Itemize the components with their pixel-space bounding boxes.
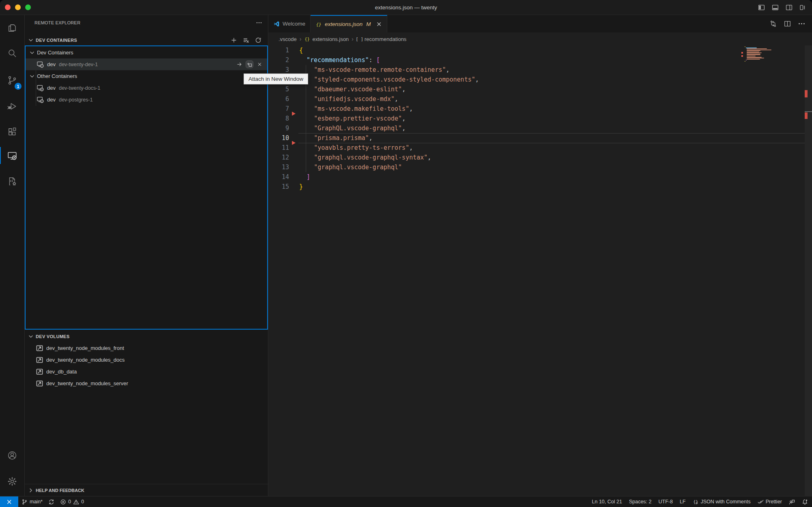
token: , xyxy=(369,134,373,142)
token xyxy=(299,86,314,93)
section-dev-containers[interactable]: DEV CONTAINERS xyxy=(25,35,268,45)
breadcrumb-item-extensions-json[interactable]: extensions.json xyxy=(312,36,349,42)
code-line-2: 2 "recommendations": [ xyxy=(268,55,812,65)
status-eol[interactable]: LF xyxy=(680,496,686,507)
status-notifications[interactable] xyxy=(802,496,808,507)
minimap[interactable] xyxy=(740,45,771,65)
tree-group-dev-containers[interactable]: Dev Containers xyxy=(26,47,267,58)
cleanup-icon[interactable] xyxy=(243,37,249,43)
status-label: Spaces: 2 xyxy=(629,499,652,505)
double-check-icon xyxy=(758,499,764,505)
tab-label: extensions.json xyxy=(325,21,363,27)
activity-item-extensions[interactable] xyxy=(0,122,24,142)
section-dev-volumes[interactable]: DEV VOLUMES xyxy=(25,331,268,342)
attach-new-window-icon[interactable] xyxy=(246,61,253,68)
volume-item-dev-twenty-node-modules-docs[interactable]: dev_twenty_node_modules_docs xyxy=(25,354,268,366)
status-sync[interactable] xyxy=(48,496,54,507)
status-language-mode[interactable]: {}JSON with Comments xyxy=(693,496,751,507)
minimap-line xyxy=(747,59,760,60)
minimap-line xyxy=(747,50,760,51)
minimap-marker xyxy=(741,52,743,54)
volume-icon xyxy=(36,380,43,387)
section-label: HELP AND FEEDBACK xyxy=(36,488,84,493)
breadcrumb-item-vscode[interactable]: .vscode xyxy=(279,36,297,42)
more-actions-icon[interactable] xyxy=(798,20,806,28)
code-line-5: 5 "dbaeumer.vscode-eslint", xyxy=(268,84,812,94)
customize-layout-icon[interactable] xyxy=(799,4,806,11)
add-icon[interactable] xyxy=(231,37,237,43)
status-label: JSON with Comments xyxy=(701,499,751,505)
token: { xyxy=(299,47,303,54)
status-feedback[interactable] xyxy=(789,496,795,507)
remote-indicator[interactable] xyxy=(0,496,18,507)
volume-item-dev-db-data[interactable]: dev_db_data xyxy=(25,366,268,378)
token: "graphql.vscode-graphql-syntax" xyxy=(314,154,428,161)
close-tab-icon[interactable] xyxy=(376,21,382,27)
section-help-and-feedback[interactable]: HELP AND FEEDBACK xyxy=(25,484,268,496)
status-label: LF xyxy=(680,499,686,505)
volume-item-dev-twenty-node-modules-server[interactable]: dev_twenty_node_modules_server xyxy=(25,378,268,389)
debug-icon xyxy=(7,101,17,112)
status-cursor-position[interactable]: Ln 10, Col 21 xyxy=(592,496,622,507)
tab-welcome[interactable]: Welcome xyxy=(268,15,311,32)
tree-group-other-containers[interactable]: Other Containers xyxy=(26,70,267,82)
activity-bar: 1 xyxy=(0,15,25,496)
error-count: 0 xyxy=(68,499,71,505)
activity-item-source-control[interactable]: 1 xyxy=(0,71,24,90)
split-editor-icon[interactable] xyxy=(784,20,791,28)
group-label: Dev Containers xyxy=(37,50,73,56)
toggle-primary-sidebar-icon[interactable] xyxy=(758,4,765,11)
line-text: "graphql.vscode-graphql" xyxy=(299,164,402,171)
token: ] xyxy=(307,173,310,181)
breadcrumb-item-recommendations[interactable]: recommendations xyxy=(365,36,406,42)
chevron-down-icon[interactable] xyxy=(28,333,34,340)
activity-item-explorer[interactable] xyxy=(0,18,24,38)
tree-item-dev-twenty-docs-1[interactable]: devdev-twenty-docs-1 xyxy=(26,82,267,94)
activity-item-accounts[interactable] xyxy=(0,446,24,465)
minimap-line xyxy=(747,52,761,53)
activity-item-settings[interactable] xyxy=(0,472,24,491)
line-number: 6 xyxy=(268,94,289,104)
activity-item-containers[interactable] xyxy=(0,172,24,191)
sidebar-title-row: REMOTE EXPLORER xyxy=(25,15,268,30)
token: , xyxy=(409,105,413,112)
refresh-icon[interactable] xyxy=(255,37,261,43)
toggle-panel-icon[interactable] xyxy=(772,4,779,11)
code-line-7: 7 "ms-vscode.makefile-tools", xyxy=(268,104,812,114)
close-icon[interactable] xyxy=(256,61,263,68)
volume-item-dev-twenty-node-modules-front[interactable]: dev_twenty_node_modules_front xyxy=(25,342,268,354)
token: , xyxy=(402,86,406,93)
tree-item-dev-postgres-1[interactable]: devdev-postgres-1 xyxy=(26,94,267,106)
breadcrumb-separator: › xyxy=(300,36,302,42)
open-changes-icon[interactable] xyxy=(769,20,777,28)
remote-explorer-icon xyxy=(7,150,17,161)
toggle-secondary-sidebar-icon[interactable] xyxy=(786,4,793,11)
status-formatter[interactable]: Prettier xyxy=(758,496,782,507)
status-branch[interactable]: main* xyxy=(22,496,43,507)
tab-extensions-json[interactable]: {}extensions.jsonM xyxy=(311,15,387,32)
json-file-icon: {} xyxy=(315,21,322,28)
more-actions-icon[interactable] xyxy=(256,19,262,26)
line-text: ] xyxy=(299,173,310,181)
branch-label: main* xyxy=(30,499,43,505)
code-editor[interactable]: 1{2 "recommendations": [3 "ms-vscode-rem… xyxy=(268,45,812,496)
overview-ruler[interactable] xyxy=(805,45,812,496)
code-line-1: 1{ xyxy=(268,45,812,55)
status-encoding[interactable]: UTF-8 xyxy=(659,496,673,507)
line-text: "yoavbls.pretty-ts-errors", xyxy=(299,144,413,151)
status-label: Prettier xyxy=(766,499,782,505)
activity-item-run-and-debug[interactable] xyxy=(0,97,24,116)
status-indentation[interactable]: Spaces: 2 xyxy=(629,496,652,507)
arrow-right-icon[interactable] xyxy=(236,61,243,68)
token xyxy=(299,154,314,161)
activity-item-search[interactable] xyxy=(0,43,24,63)
editor-group: Welcome{}extensions.jsonM .vscode›{}exte… xyxy=(268,15,812,496)
group-label: Other Containers xyxy=(37,73,77,79)
tree-item-dev-twenty-dev-1[interactable]: devdev-twenty-dev-1 xyxy=(26,58,267,70)
status-problems[interactable]: 00 xyxy=(60,496,84,507)
chevron-down-icon[interactable] xyxy=(28,37,34,43)
activity-item-remote-explorer[interactable] xyxy=(0,146,24,165)
feedback-icon xyxy=(789,499,795,505)
status-right: Ln 10, Col 21Spaces: 2UTF-8LF{}JSON with… xyxy=(592,496,808,507)
svg-text:{}: {} xyxy=(305,37,310,41)
